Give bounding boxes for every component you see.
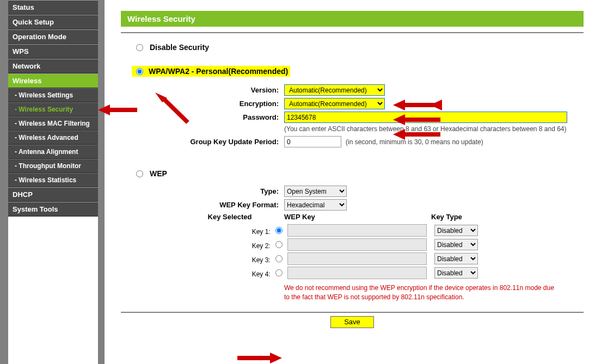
wpa-gkup-input[interactable] [284,136,341,147]
wep-key-row: Key 1: Disabled [175,224,584,237]
wep-key-label: Key 2: [252,242,271,250]
wep-key-label: Key 1: [252,228,271,236]
wpa-version-select[interactable]: Automatic(Recommended) [284,84,385,96]
divider [121,32,584,33]
sidebar-item-dhcp[interactable]: DHCP [8,187,98,202]
sidebar-item-status[interactable]: Status [8,0,98,15]
sidebar-subitem-wireless-security[interactable]: - Wireless Security [8,102,98,116]
wep-key-type-select[interactable]: Disabled [434,225,478,236]
save-button[interactable]: Save [330,316,374,328]
wpa-gkup-label: Group Key Update Period: [121,138,284,146]
main-content: Wireless Security Disable Security WPA/W… [105,0,589,364]
wep-type-label: Type: [121,187,284,195]
wep-key-row: Key 4: Disabled [175,267,584,279]
sidebar-item-wps[interactable]: WPS [8,44,98,59]
option-disable-security: Disable Security [121,43,584,52]
sidebar-item-wireless[interactable]: Wireless [8,73,98,88]
sidebar-subitem-wireless-advanced[interactable]: - Wireless Advanced [8,131,98,145]
left-frame-border [0,0,8,364]
wep-key-row: Key 3: Disabled [175,252,584,265]
sidebar-item-network[interactable]: Network [8,59,98,73]
wep-key-type-select[interactable]: Disabled [434,267,478,279]
sidebar-subitem-wireless-statistics[interactable]: - Wireless Statistics [8,173,98,187]
wpa-personal-label: WPA/WPA2 - Personal(Recommended) [149,67,288,76]
sidebar-item-operation-mode[interactable]: Operation Mode [8,29,98,44]
sidebar-subitem-antenna-alignment[interactable]: - Antenna Alignment [8,145,98,159]
wep-key-radio[interactable] [275,241,283,248]
sidebar-item-system-tools[interactable]: System Tools [8,202,98,217]
sidebar-subitem-throughput-monitor[interactable]: - Throughput Monitor [8,159,98,173]
wep-col-selected: Key Selected [175,213,284,221]
wpa-encryption-select[interactable]: Automatic(Recommended) [284,98,385,109]
wep-key-radio[interactable] [275,255,283,262]
wep-format-label: WEP Key Format: [121,201,284,209]
wep-key-input[interactable] [287,238,427,251]
wep-col-key: WEP Key [284,213,431,221]
disable-security-label: Disable Security [150,43,209,52]
wep-type-select[interactable]: Open System [284,186,347,197]
wep-key-type-select[interactable]: Disabled [434,239,478,250]
sidebar-divider [98,0,105,364]
page-title: Wireless Security [121,11,584,27]
radio-disable-security[interactable] [136,44,143,51]
sidebar-item-quick-setup[interactable]: Quick Setup [8,15,98,29]
wep-key-label: Key 4: [252,270,271,278]
wep-label: WEP [150,169,167,178]
divider-bottom [121,312,584,313]
wpa-gkup-hint: (in second, minimum is 30, 0 means no up… [346,138,483,146]
wep-key-type-select[interactable]: Disabled [434,253,478,264]
sidebar-subitem-wireless-mac-filtering[interactable]: - Wireless MAC Filtering [8,116,98,131]
wpa-password-input[interactable] [284,112,567,123]
wep-key-radio[interactable] [275,227,283,234]
sidebar-subitem-wireless-settings[interactable]: - Wireless Settings [8,88,98,102]
wep-col-type: Key Type [431,213,496,221]
radio-wpa-personal[interactable] [136,68,143,75]
wpa-password-hint: (You can enter ASCII characters between … [284,125,584,133]
option-wep: WEP [121,169,584,178]
wep-key-label: Key 3: [252,256,271,264]
option-wpa-personal: WPA/WPA2 - Personal(Recommended) [121,66,584,77]
radio-wep[interactable] [136,170,143,177]
wep-key-input[interactable] [287,252,427,265]
wep-key-table: Key Selected WEP Key Key Type Key 1: Dis… [175,213,584,279]
sidebar: StatusQuick SetupOperation ModeWPSNetwor… [8,0,98,217]
wep-key-input[interactable] [287,224,427,237]
wep-key-input[interactable] [287,267,427,279]
wpa-version-label: Version: [121,86,284,94]
wpa-password-label: Password: [121,113,284,121]
wep-key-row: Key 2: Disabled [175,238,584,251]
wep-warning: We do not recommend using the WEP encryp… [284,283,556,302]
wep-key-radio[interactable] [275,269,283,276]
wpa-encryption-label: Encryption: [121,100,284,108]
wep-format-select[interactable]: Hexadecimal [284,199,347,211]
